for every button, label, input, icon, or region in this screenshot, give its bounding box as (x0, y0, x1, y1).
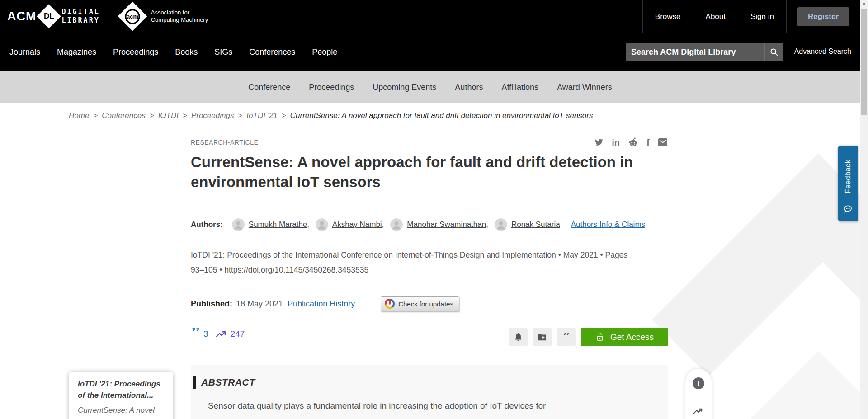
divider (191, 202, 668, 202)
citation-quote-icon[interactable]: ” (191, 328, 200, 340)
top-header: ACM DL DIGITAL LIBRARY acm Association f… (0, 0, 860, 71)
save-to-binder-button[interactable] (533, 328, 552, 346)
acm-dl-article-page: ACM DL DIGITAL LIBRARY acm Association f… (0, 0, 868, 419)
acm-dl-logo[interactable]: ACM DL DIGITAL LIBRARY (7, 8, 100, 25)
browse-link[interactable]: Browse (642, 0, 693, 33)
about-link[interactable]: About (693, 0, 738, 33)
trend-icon (693, 406, 704, 416)
breadcrumb-separator: > (238, 111, 242, 120)
pages-label: Pages (605, 250, 627, 259)
breadcrumb-current: CurrentSense: A novel approach for fault… (290, 111, 593, 120)
publication-history-link[interactable]: Publication History (288, 299, 355, 309)
conference-subnav: Conference Proceedings Upcoming Events A… (0, 71, 860, 103)
scrollbar-up-arrow[interactable]: ▲ (860, 1, 868, 5)
article-title: CurrentSense: A novel approach for fault… (191, 152, 670, 192)
advanced-search-link[interactable]: Advanced Search (794, 47, 851, 56)
doi-link[interactable]: https://doi.org/10.1145/3450268.3453535 (224, 265, 368, 274)
nav-books[interactable]: Books (175, 47, 198, 57)
search-input[interactable] (626, 43, 764, 61)
author-item[interactable]: Manohar Swaminathan, (390, 218, 488, 231)
dl-diamond-icon: DL (37, 4, 61, 28)
pages-value: 93–105 (191, 265, 217, 274)
venue-text: IoTDI '21: Proceedings of the Internatio… (191, 250, 556, 259)
email-share-icon[interactable] (657, 137, 668, 148)
alerts-bell-button[interactable] (509, 328, 528, 346)
subnav-affiliations[interactable]: Affiliations (501, 83, 538, 92)
contents-popup-card: IoTDI '21: Proceedings of the Internatio… (69, 372, 173, 419)
breadcrumb-iotdi21[interactable]: IoTDI '21 (246, 111, 277, 120)
check-for-updates-button[interactable]: Check for updates (381, 296, 459, 311)
header-utility-nav: Browse About Sign in Register (642, 0, 849, 33)
subnav-conference[interactable]: Conference (248, 83, 290, 92)
register-button[interactable]: Register (797, 7, 849, 26)
author-item[interactable]: Sumukh Marathe, (232, 218, 309, 231)
publication-info: IoTDI '21: Proceedings of the Internatio… (191, 248, 668, 278)
author-item[interactable]: Akshay Nambi, (316, 218, 384, 231)
breadcrumb-separator: > (183, 111, 187, 120)
subnav-proceedings[interactable]: Proceedings (309, 83, 354, 92)
breadcrumb-conferences[interactable]: Conferences (102, 111, 145, 120)
linkedin-share-icon[interactable]: in (612, 138, 620, 147)
breadcrumb: Home > Conferences > IOTDI > Proceedings… (69, 111, 593, 120)
nav-journals[interactable]: Journals (9, 47, 40, 57)
metrics-trend-button[interactable] (693, 406, 704, 418)
search-bar (626, 43, 783, 61)
pub-date: May 2021 (563, 250, 598, 259)
reddit-share-icon[interactable] (627, 137, 639, 148)
author-avatar (390, 218, 403, 231)
abstract-text: Sensor data quality plays a fundamental … (208, 396, 651, 419)
subnav-upcoming-events[interactable]: Upcoming Events (373, 83, 436, 92)
breadcrumb-home[interactable]: Home (69, 111, 89, 120)
author-avatar (232, 218, 245, 231)
metrics-row: ” 3 247 (191, 328, 245, 340)
bullet-separator: • (600, 250, 603, 259)
author-avatar (316, 218, 328, 231)
cite-button[interactable]: ” (557, 328, 576, 346)
feedback-tab[interactable]: Feedback (838, 146, 858, 221)
abstract-heading-bar (193, 376, 196, 389)
divider (786, 0, 787, 33)
popup-proceedings-link[interactable]: IoTDI '21: Proceedings of the Internatio… (78, 378, 167, 401)
downloads-count[interactable]: 247 (231, 329, 245, 339)
subnav-authors[interactable]: Authors (455, 83, 483, 92)
facebook-share-icon[interactable]: f (646, 137, 650, 147)
abstract-section: ABSTRACT Sensor data quality plays a fun… (191, 365, 668, 419)
nav-conferences[interactable]: Conferences (249, 47, 295, 57)
published-row: Published: 18 May 2021 Publication Histo… (191, 296, 459, 311)
info-button[interactable]: i (693, 377, 704, 389)
search-icon (769, 47, 779, 57)
twitter-share-icon[interactable] (594, 137, 604, 147)
main-nav: Journals Magazines Proceedings Books SIG… (9, 47, 337, 57)
bullet-separator: • (558, 250, 561, 259)
nav-sigs[interactable]: SIGs (214, 47, 232, 57)
nav-proceedings[interactable]: Proceedings (113, 47, 158, 57)
downloads-trend-icon[interactable] (215, 329, 227, 340)
acm-association-name: Association for Computing Machinery (151, 9, 208, 24)
subnav-award-winners[interactable]: Award Winners (557, 83, 612, 92)
popup-article-link[interactable]: CurrentSense: A novel approach for fault… (78, 405, 167, 419)
unlock-icon (595, 332, 605, 342)
search-button[interactable] (764, 43, 783, 61)
authors-label: Authors: (191, 220, 223, 229)
breadcrumb-iotdi[interactable]: IOTDI (158, 111, 179, 120)
published-label: Published: (191, 299, 232, 309)
scrollbar-track[interactable]: ▲ (860, 0, 868, 419)
acm-association-logo[interactable]: acm Association for Computing Machinery (122, 6, 208, 27)
sign-in-link[interactable]: Sign in (738, 0, 786, 33)
quote-icon: ” (562, 333, 570, 342)
article-actions: ” Get Access (509, 328, 668, 346)
nav-people[interactable]: People (312, 47, 337, 57)
author-avatar (495, 218, 507, 231)
nav-magazines[interactable]: Magazines (57, 47, 96, 57)
breadcrumb-separator: > (150, 111, 154, 120)
breadcrumb-proceedings[interactable]: Proceedings (191, 111, 234, 120)
divider (191, 241, 668, 241)
citation-count[interactable]: 3 (203, 329, 208, 339)
get-access-button[interactable]: Get Access (581, 328, 668, 346)
feedback-label: Feedback (838, 152, 858, 202)
scrollbar-thumb[interactable] (861, 9, 867, 115)
authors-row: Authors: Sumukh Marathe, Akshay Nambi, M… (191, 212, 668, 238)
author-item[interactable]: Ronak Sutaria (495, 218, 560, 231)
authors-info-claims-link[interactable]: Authors Info & Claims (571, 220, 645, 229)
article-type-label: RESEARCH-ARTICLE (191, 139, 258, 146)
